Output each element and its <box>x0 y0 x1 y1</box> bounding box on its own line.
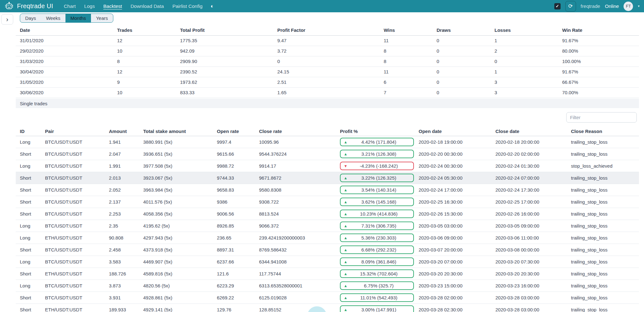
col-close-reason[interactable]: Close Reason <box>567 127 639 136</box>
cell: BTC/USDT:USDT <box>41 172 105 184</box>
col-losses[interactable]: Losses <box>490 25 558 36</box>
cell: BTC/USDT:USDT <box>41 184 105 196</box>
col-profit-%[interactable]: Profit % <box>336 127 415 136</box>
triangle-up-icon: ▲ <box>344 152 347 156</box>
cell: ETH/USDT:USDT <box>41 232 105 244</box>
cell: 2020-02-24 17:00:00 <box>415 184 491 196</box>
col-date[interactable]: Date <box>16 25 113 36</box>
cell: Short <box>16 244 41 256</box>
col-open-date[interactable]: Open date <box>415 127 491 136</box>
col-total-profit[interactable]: Total Profit <box>176 25 273 36</box>
col-pair[interactable]: Pair <box>41 127 105 136</box>
col-close-rate[interactable]: Close rate <box>255 127 336 136</box>
col-close-date[interactable]: Close date <box>491 127 567 136</box>
summary-row[interactable]: 29/02/202010942.093.7280280.00% <box>16 46 639 56</box>
triangle-up-icon: ▲ <box>344 236 347 240</box>
backtest-page: DaysWeeksMonthsYears DateTradesTotal Pro… <box>0 12 644 312</box>
cell: trailing_stop_loss <box>567 220 639 232</box>
summary-row[interactable]: 30/06/202010833.331.6570370.00% <box>16 88 639 98</box>
cell: 3.931 <box>105 292 139 304</box>
trade-row[interactable]: LongETH/USDT:USDT90.8084297.943 (5x)236.… <box>16 232 639 244</box>
cell: 0 <box>490 56 558 67</box>
col-total-stake-amount[interactable]: Total stake amount <box>139 127 213 136</box>
summary-row[interactable]: 31/05/202091973.622.5160366.67% <box>16 77 639 88</box>
nav-logs[interactable]: Logs <box>84 3 95 9</box>
reload-button[interactable]: ⟳ <box>565 1 576 12</box>
summary-row[interactable]: 31/03/202082909.900800100.00% <box>16 56 639 67</box>
tab-days[interactable]: Days <box>20 14 41 22</box>
filter-input[interactable] <box>566 112 637 123</box>
cell: 1.941 <box>105 136 139 148</box>
trade-row[interactable]: ShortBTC/USDT:USDT3.9314928.861 (5x)6269… <box>16 292 639 304</box>
nav-download-data[interactable]: Download Data <box>131 3 164 9</box>
profit-cell: ▲4.42% (171.804) <box>336 136 415 148</box>
col-wins[interactable]: Wins <box>380 25 432 36</box>
timeframe-tabs: DaysWeeksMonthsYears <box>20 14 113 23</box>
cell: 0 <box>432 67 490 77</box>
cell: 8 <box>380 46 432 56</box>
col-draws[interactable]: Draws <box>432 25 490 36</box>
trade-row[interactable]: ShortBTC/USDT:USDT2.0523963.984 (5x)9658… <box>16 184 639 196</box>
cell: 1775.35 <box>176 36 273 46</box>
trade-row[interactable]: ShortETH/USDT:USDT188.7264589.816 (5x)12… <box>16 268 639 280</box>
cell: trailing_stop_loss <box>567 136 639 148</box>
summary-row[interactable]: 31/01/2020121775.359.47110191.67% <box>16 36 639 46</box>
trade-row[interactable]: LongBTC/USDT:USDT2.354195.62 (5x)8926.85… <box>16 220 639 232</box>
nav-pairlist-config[interactable]: Pairlist Config <box>172 3 203 9</box>
cell: trailing_stop_loss <box>567 232 639 244</box>
summary-table: DateTradesTotal ProfitProfit FactorWinsD… <box>16 25 639 98</box>
brand-title[interactable]: Freqtrade UI <box>17 3 53 10</box>
trade-row[interactable]: ShortBTC/USDT:USDT2.0473936.651 (5x)9615… <box>16 148 639 160</box>
summary-row[interactable]: 30/04/2020122390.5224.15110191.67% <box>16 67 639 77</box>
trade-row[interactable]: ShortBTC/USDT:USDT2.1374011.576 (5x)9386… <box>16 196 639 208</box>
cell: 2020-03-06 11:00:00 <box>491 232 567 244</box>
trade-row[interactable]: LongBTC/USDT:USDT1.9413880.991 (5x)9997.… <box>16 136 639 148</box>
trade-row[interactable]: ShortETH/USDT:USDT189.9334929.141 (5x)12… <box>16 304 639 312</box>
trade-row[interactable]: ShortBTC/USDT:USDT2.4584373.918 (5x)8897… <box>16 244 639 256</box>
col-open-rate[interactable]: Open rate <box>213 127 255 136</box>
nav-chart[interactable]: Chart <box>64 3 76 9</box>
cell: 9006.56 <box>213 208 255 220</box>
profit-cell: ▲10.23% (414.836) <box>336 208 415 220</box>
profit-cell: ▲6.68% (292.232) <box>336 244 415 256</box>
col-profit-factor[interactable]: Profit Factor <box>273 25 380 36</box>
col-amount[interactable]: Amount <box>105 127 139 136</box>
trade-row[interactable]: ShortBTC/USDT:USDT2.0133923.067 (5x)9744… <box>16 172 639 184</box>
cell: 2020-03-28 02:00:00 <box>415 292 491 304</box>
cell: 9544.376224 <box>255 148 336 160</box>
trade-row[interactable]: LongBTC/USDT:USDT3.8734820.56 (5x)6223.2… <box>16 280 639 292</box>
trade-row[interactable]: LongBTC/USDT:USDT3.5834469.907 (5x)6237.… <box>16 256 639 268</box>
cell: 6 <box>380 77 432 88</box>
chevron-down-icon[interactable]: ▾ <box>638 4 640 8</box>
reload-icon: ⟳ <box>568 3 573 9</box>
bot-name[interactable]: freqtrade <box>581 3 600 9</box>
cell: 9.47 <box>273 36 380 46</box>
autorefresh-checkbox[interactable]: ✓ <box>554 3 561 9</box>
theme-toggle-icon[interactable]: ◐ <box>211 3 214 9</box>
profit-badge: ▲8.09% (361.846) <box>340 257 414 266</box>
nav-backtest[interactable]: Backtest <box>103 3 122 9</box>
tab-months[interactable]: Months <box>65 14 91 22</box>
col-win-rate[interactable]: Win Rate <box>558 25 639 36</box>
profit-cell: ▲3.62% (145.168) <box>336 196 415 208</box>
trade-row[interactable]: LongBTC/USDT:USDT1.9913977.508 (5x)9988.… <box>16 160 639 172</box>
trade-row[interactable]: ShortBTC/USDT:USDT2.2534058.356 (5x)9006… <box>16 208 639 220</box>
sidebar-expander-button[interactable]: › <box>1 14 13 25</box>
profit-value: 3.00% (147.991) <box>347 307 410 312</box>
cell: 10095.96 <box>255 136 336 148</box>
cell: 9744.33 <box>213 172 255 184</box>
col-id[interactable]: ID <box>16 127 41 136</box>
tab-years[interactable]: Years <box>91 14 113 22</box>
cell: 0 <box>432 46 490 56</box>
cell: Long <box>16 280 41 292</box>
avatar[interactable]: FT <box>624 2 633 11</box>
tab-weeks[interactable]: Weeks <box>41 14 65 22</box>
single-trades-section-header[interactable]: Single trades <box>16 99 639 108</box>
cell: 6313.653528000001 <box>255 280 336 292</box>
cell: 2020-03-23 16:00:00 <box>491 280 567 292</box>
cell: ETH/USDT:USDT <box>41 304 105 312</box>
cell: trailing_stop_loss <box>567 256 639 268</box>
col-trades[interactable]: Trades <box>113 25 176 36</box>
profit-cell: ▼-4.23% (-168.242) <box>336 160 415 172</box>
cell: trailing_stop_loss <box>567 268 639 280</box>
